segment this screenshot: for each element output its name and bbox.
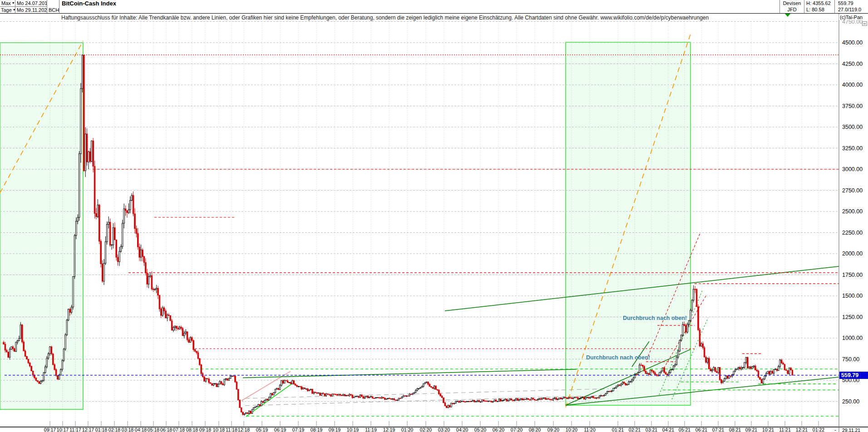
- svg-text:01 20: 01 20: [401, 427, 413, 432]
- event-triangle-marker: [785, 14, 790, 17]
- svg-text:11 17: 11 17: [69, 427, 81, 432]
- price-axis-tag: 559.79: [839, 372, 868, 379]
- svg-text:04 21: 04 21: [662, 427, 674, 432]
- svg-text:01 21: 01 21: [612, 427, 624, 432]
- svg-text:05 21: 05 21: [679, 427, 690, 432]
- svg-text:12 17: 12 17: [82, 427, 94, 432]
- range-dropdown-label: Max: [1, 0, 11, 6]
- svg-text:02 20: 02 20: [420, 427, 432, 432]
- axis-date-label: 29.11.21: [842, 427, 860, 432]
- svg-text:2250.00: 2250.00: [842, 230, 863, 236]
- low-label: L: 80.58: [806, 6, 834, 13]
- end-date-field[interactable]: Mo 29.11.2021: [15, 7, 47, 13]
- price-chart-canvas[interactable]: 4750.004500.004250.004000.003750.003500.…: [0, 0, 868, 432]
- chart-title: BitCoin-Cash Index: [62, 0, 289, 8]
- svg-text:250.00: 250.00: [842, 398, 859, 405]
- red-resistance-levels: [0, 55, 839, 362]
- svg-text:12 18: 12 18: [238, 427, 250, 432]
- pink-trend-line: [242, 371, 291, 401]
- toolbar-spacer-cell: [47, 0, 59, 7]
- svg-text:1750.00: 1750.00: [842, 272, 863, 278]
- svg-text:03 18: 03 18: [122, 427, 133, 432]
- svg-text:10 20: 10 20: [566, 427, 577, 432]
- period-dropdown[interactable]: Tage▼: [0, 7, 15, 13]
- start-date-field[interactable]: Mo 24.07.2017: [15, 0, 47, 7]
- high-label: H: 4355.62: [806, 0, 834, 6]
- category-label: Devisen: [780, 0, 804, 6]
- svg-text:05 18: 05 18: [148, 427, 159, 432]
- svg-text:07 20: 07 20: [511, 427, 523, 432]
- svg-text:11 21: 11 21: [779, 427, 791, 432]
- collapse-axis-icon[interactable]: [862, 21, 867, 26]
- svg-text:10 19: 10 19: [347, 427, 359, 432]
- svg-text:3750.00: 3750.00: [842, 103, 863, 109]
- svg-text:3250.00: 3250.00: [842, 145, 863, 152]
- svg-text:06 20: 06 20: [493, 427, 504, 432]
- svg-text:11 18: 11 18: [226, 427, 237, 432]
- range-dropdown[interactable]: Max▼: [0, 0, 15, 7]
- range-info-label: 27.0/119.0: [838, 6, 868, 13]
- svg-text:10 18: 10 18: [213, 427, 225, 432]
- svg-text:02 21: 02 21: [629, 427, 641, 432]
- symbol-field[interactable]: BCH: [47, 7, 59, 13]
- svg-text:07 21: 07 21: [712, 427, 724, 432]
- chart-toolbar: Max▼ Mo 24.07.2017 Tage▼ Mo 29.11.2021 B…: [0, 0, 868, 14]
- svg-text:10 17: 10 17: [57, 427, 69, 432]
- svg-text:11 19: 11 19: [365, 427, 377, 432]
- last-price-label: 559.79: [838, 0, 868, 6]
- svg-text:10 21: 10 21: [762, 427, 774, 432]
- svg-text:1250.00: 1250.00: [842, 314, 863, 320]
- disclaimer-text: Haftungsausschluss für Inhalte: Alle Tre…: [61, 15, 709, 21]
- svg-text:09 18: 09 18: [199, 427, 211, 432]
- svg-text:05 20: 05 20: [474, 427, 486, 432]
- svg-text:08 18: 08 18: [186, 427, 198, 432]
- quote-cell: 559.79 27.0/119.0: [835, 0, 868, 13]
- svg-text:2750.00: 2750.00: [842, 187, 863, 194]
- svg-text:02 18: 02 18: [108, 427, 120, 432]
- svg-text:01 22: 01 22: [813, 427, 824, 432]
- svg-text:1500.00: 1500.00: [842, 293, 863, 299]
- gray-channel-lines: [245, 389, 608, 406]
- svg-text:3500.00: 3500.00: [842, 124, 863, 130]
- svg-text:01 18: 01 18: [95, 427, 107, 432]
- svg-text:1000.00: 1000.00: [842, 335, 863, 341]
- svg-text:03 21: 03 21: [646, 427, 657, 432]
- svg-text:09 19: 09 19: [329, 427, 340, 432]
- svg-text:06 18: 06 18: [160, 427, 172, 432]
- svg-text:4000.00: 4000.00: [842, 82, 863, 88]
- svg-text:09 20: 09 20: [547, 427, 559, 432]
- svg-text:03 20: 03 20: [438, 427, 450, 432]
- svg-text:12 21: 12 21: [796, 427, 808, 432]
- svg-text:12 19: 12 19: [383, 427, 395, 432]
- chevron-down-icon: ▼: [12, 0, 15, 6]
- period-dropdown-label: Tage: [1, 7, 12, 13]
- breakout-annotation: Durchbruch nach oben!: [586, 354, 650, 361]
- copyright-label: (c)Tai-Pan: [839, 15, 863, 20]
- svg-text:04 18: 04 18: [135, 427, 147, 432]
- svg-text:4250.00: 4250.00: [842, 61, 863, 67]
- svg-text:3000.00: 3000.00: [842, 166, 863, 172]
- svg-text:07 19: 07 19: [292, 427, 304, 432]
- svg-text:08 21: 08 21: [729, 427, 741, 432]
- green-support-levels: [191, 369, 839, 416]
- svg-text:4500.00: 4500.00: [842, 39, 863, 46]
- instrument-info-cell: Devisen JFD: [779, 0, 804, 13]
- x-axis-labels: 09 1710 1711 1712 1701 1802 1803 1804 18…: [44, 427, 836, 432]
- gridlines: [0, 21, 839, 427]
- svg-text:11 20: 11 20: [584, 427, 596, 432]
- tai-pan-window: Max▼ Mo 24.07.2017 Tage▼ Mo 29.11.2021 B…: [0, 0, 868, 432]
- svg-text:-: -: [834, 427, 836, 432]
- svg-text:750.00: 750.00: [842, 356, 859, 363]
- svg-text:06 21: 06 21: [695, 427, 707, 432]
- breakout-annotation: Durchbruch nach oben!: [623, 315, 687, 321]
- high-low-cell: H: 4355.62 L: 80.58: [804, 0, 835, 13]
- axes: [0, 14, 868, 432]
- svg-text:2500.00: 2500.00: [842, 208, 863, 215]
- svg-text:04 20: 04 20: [456, 427, 468, 432]
- svg-text:05 19: 05 19: [256, 427, 268, 432]
- svg-text:08 20: 08 20: [529, 427, 541, 432]
- svg-text:06 19: 06 19: [274, 427, 286, 432]
- svg-text:08 19: 08 19: [311, 427, 322, 432]
- svg-text:09 17: 09 17: [44, 427, 56, 432]
- provider-label: JFD: [780, 6, 804, 13]
